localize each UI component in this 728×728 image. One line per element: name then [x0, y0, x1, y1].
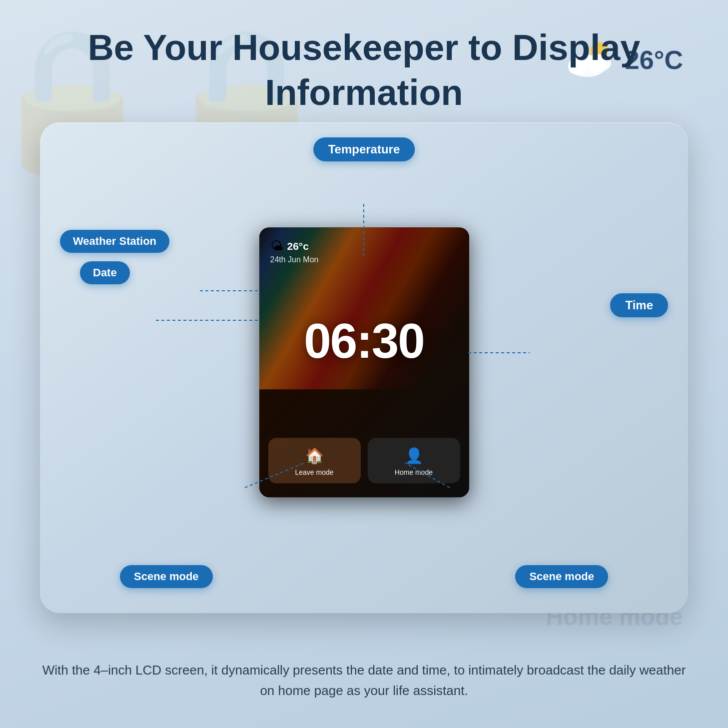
- home-mode-button[interactable]: 👤 Home mode: [368, 438, 460, 483]
- heading-line1: Be Your Housekeeper to Display: [0, 25, 728, 70]
- leave-mode-button[interactable]: 🏠 Leave mode: [268, 438, 361, 483]
- leave-mode-label: Leave mode: [295, 468, 333, 476]
- leave-mode-icon: 🏠: [305, 447, 324, 464]
- scene-mode-right-label: Scene mode: [515, 565, 608, 588]
- date-label: Date: [80, 261, 130, 284]
- temperature-label: Temperature: [313, 137, 415, 161]
- main-heading: Be Your Housekeeper to Display Informati…: [0, 0, 728, 115]
- weather-station-label: Weather Station: [60, 230, 169, 253]
- home-mode-label: Home mode: [395, 468, 433, 476]
- screen-weather-temp: 26°c: [287, 240, 309, 252]
- main-card: 🌤 26°c 24th Jun Mon 06:30 🏠 Leave mode 👤…: [40, 122, 688, 613]
- weather-emoji: 🌤: [270, 238, 283, 254]
- scene-mode-left-label: Scene mode: [120, 565, 213, 588]
- home-mode-icon: 👤: [405, 447, 423, 464]
- heading-line2: Information: [0, 70, 728, 115]
- screen-time: 06:30: [304, 312, 424, 369]
- mode-buttons-row: 🏠 Leave mode 👤 Home mode: [268, 438, 460, 483]
- time-label: Time: [610, 293, 668, 317]
- device-screen: 🌤 26°c 24th Jun Mon 06:30 🏠 Leave mode 👤…: [259, 227, 469, 497]
- screen-date: 24th Jun Mon: [270, 255, 319, 264]
- screen-weather-row: 🌤 26°c: [270, 238, 309, 254]
- footer-description: With the 4–inch LCD screen, it dynamical…: [40, 660, 688, 701]
